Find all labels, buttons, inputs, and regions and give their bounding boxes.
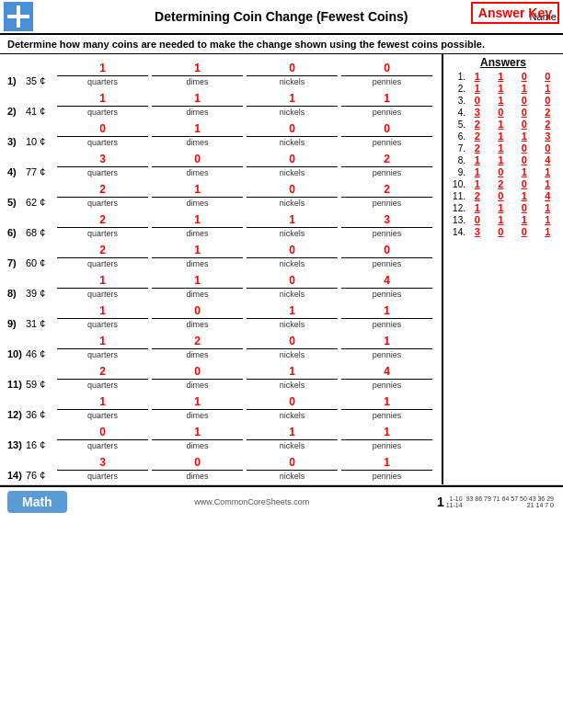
problem-amount: 68 ¢: [26, 227, 55, 238]
answer-values: 2 1 0 0: [465, 142, 559, 154]
answer-row: 6. 2 1 1 3: [447, 131, 559, 142]
answer-row: 7. 2 1 0 0: [447, 142, 559, 154]
dimes-label: dimes: [186, 138, 208, 147]
pennies-label: pennies: [373, 259, 402, 268]
answer-dimes: 1: [491, 202, 510, 213]
quarters-label: quarters: [87, 290, 118, 299]
nickels-group: 0 nickels: [247, 335, 338, 359]
problem-number: 9): [7, 318, 26, 329]
dimes-group: 1 dimes: [152, 92, 243, 117]
dimes-group: 0 dimes: [152, 153, 243, 177]
nickels-label: nickels: [280, 411, 305, 420]
nickels-value: 0: [247, 122, 338, 137]
quarters-group: 1 quarters: [57, 335, 148, 359]
answer-values: 1 1 0 0: [465, 71, 559, 82]
pennies-value: 1: [341, 395, 432, 410]
problem-number: 3): [7, 136, 26, 147]
pennies-group: 1 pennies: [341, 92, 432, 117]
quarters-value: 1: [57, 92, 148, 107]
quarters-label: quarters: [87, 229, 118, 238]
quarters-group: 1 quarters: [57, 62, 148, 86]
problem-row: 10) 46 ¢ 1 quarters 2 dimes 0 nickels 1 …: [7, 335, 434, 359]
answer-row: 14. 3 0 0 1: [447, 226, 559, 237]
quarters-label: quarters: [87, 411, 118, 420]
page-title: Determining Coin Change (Fewest Coins): [40, 9, 523, 24]
nickels-group: 0 nickels: [247, 274, 338, 299]
nickels-label: nickels: [280, 229, 305, 238]
problem-number: 8): [7, 288, 26, 299]
answer-row: 11. 2 0 1 4: [447, 190, 559, 201]
pennies-group: 1 pennies: [341, 304, 432, 329]
answer-quarters: 2: [468, 190, 487, 201]
quarters-value: 0: [57, 426, 148, 440]
answer-values: 1 1 1 1: [465, 83, 559, 94]
nickels-label: nickels: [280, 77, 305, 86]
pennies-value: 4: [341, 274, 432, 289]
nickels-label: nickels: [280, 138, 305, 147]
quarters-label: quarters: [87, 350, 118, 359]
pennies-group: 1 pennies: [341, 395, 432, 420]
answer-nickels: 0: [515, 178, 534, 189]
main-content: 1) 35 ¢ 1 quarters 1 dimes 0 nickels 0 p…: [0, 54, 563, 485]
quarters-value: 2: [57, 244, 148, 258]
answer-quarters: 3: [468, 107, 487, 118]
nickels-label: nickels: [280, 320, 305, 329]
nickels-label: nickels: [280, 350, 305, 359]
problem-row: 4) 77 ¢ 3 quarters 0 dimes 0 nickels 2 p…: [7, 153, 434, 177]
nickels-group: 1 nickels: [247, 92, 338, 117]
pennies-value: 1: [341, 456, 432, 471]
problem-number: 4): [7, 166, 26, 177]
problem-row: 13) 16 ¢ 0 quarters 1 dimes 1 nickels 1 …: [7, 426, 434, 450]
answer-row: 2. 1 1 1 1: [447, 83, 559, 94]
pennies-group: 1 pennies: [341, 456, 432, 481]
nickels-value: 0: [247, 183, 338, 198]
problem-number: 2): [7, 106, 26, 117]
pennies-label: pennies: [373, 229, 402, 238]
dimes-value: 1: [152, 274, 243, 289]
quarters-value: 3: [57, 153, 148, 167]
answer-num: 8.: [447, 155, 465, 165]
problem-row: 3) 10 ¢ 0 quarters 1 dimes 0 nickels 0 p…: [7, 122, 434, 147]
answer-quarters: 2: [468, 119, 487, 130]
answer-values: 3 0 0 1: [465, 226, 559, 237]
quarters-value: 0: [57, 122, 148, 137]
answer-values: 2 0 1 4: [465, 190, 559, 201]
dimes-group: 1 dimes: [152, 213, 243, 238]
answer-num: 2.: [447, 84, 465, 94]
answer-row: 9. 1 0 1 1: [447, 166, 559, 177]
dimes-label: dimes: [186, 77, 208, 86]
nickels-group: 0 nickels: [247, 62, 338, 86]
quarters-value: 1: [57, 335, 148, 349]
dimes-label: dimes: [186, 411, 208, 420]
nickels-group: 0 nickels: [247, 456, 338, 481]
answer-pennies: 4: [538, 190, 557, 201]
dimes-group: 1 dimes: [152, 122, 243, 147]
answer-dimes: 1: [491, 142, 510, 154]
pennies-value: 0: [341, 244, 432, 258]
answer-num: 6.: [447, 131, 465, 142]
pennies-label: pennies: [373, 411, 402, 420]
answer-num: 13.: [447, 215, 465, 225]
problem-number: 1): [7, 75, 26, 86]
pennies-group: 1 pennies: [341, 335, 432, 359]
nickels-value: 1: [247, 365, 338, 380]
answer-dimes: 1: [491, 131, 510, 142]
page-number: 1: [437, 495, 444, 509]
problem-row: 5) 62 ¢ 2 quarters 1 dimes 0 nickels 2 p…: [7, 183, 434, 208]
answer-row: 12. 1 1 0 1: [447, 202, 559, 213]
nickels-label: nickels: [280, 290, 305, 299]
problem-row: 8) 39 ¢ 1 quarters 1 dimes 0 nickels 4 p…: [7, 274, 434, 299]
nickels-value: 1: [247, 92, 338, 107]
answer-num: 4.: [447, 108, 465, 118]
answer-nickels: 0: [515, 107, 534, 118]
pennies-value: 1: [341, 304, 432, 319]
nickels-group: 0 nickels: [247, 183, 338, 208]
nickels-value: 0: [247, 456, 338, 471]
quarters-value: 1: [57, 395, 148, 410]
quarters-label: quarters: [87, 472, 118, 481]
nickels-value: 0: [247, 153, 338, 167]
answer-quarters: 1: [468, 166, 487, 177]
problem-row: 9) 31 ¢ 1 quarters 0 dimes 1 nickels 1 p…: [7, 304, 434, 329]
answer-dimes: 0: [491, 190, 510, 201]
svg-rect-1: [7, 15, 29, 18]
